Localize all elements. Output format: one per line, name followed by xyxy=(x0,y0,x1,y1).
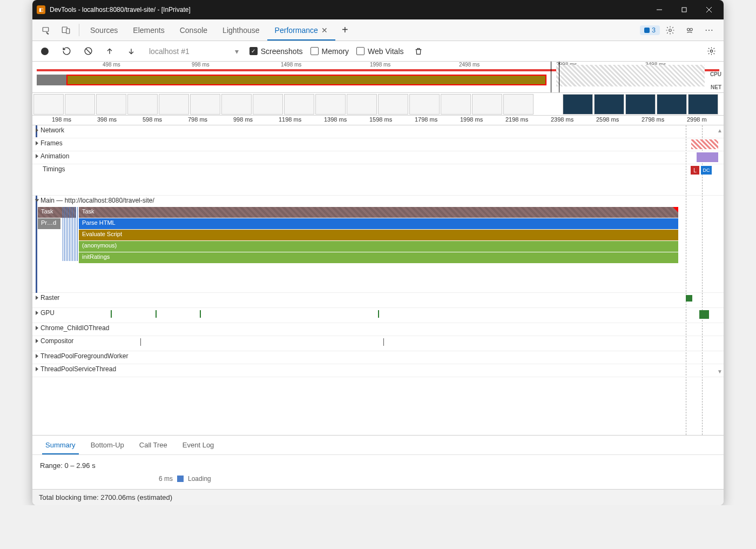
filmstrip-thumb[interactable] xyxy=(65,94,95,115)
scroll-down-icon[interactable]: ▼ xyxy=(717,369,723,374)
filmstrip-thumb[interactable] xyxy=(503,94,534,115)
reload-button[interactable] xyxy=(59,44,73,58)
track-compositor[interactable]: Compositor xyxy=(32,336,724,351)
expand-icon[interactable] xyxy=(36,154,38,158)
filmstrip-thumb[interactable] xyxy=(625,94,656,115)
add-tab-button[interactable]: + xyxy=(335,19,355,41)
filmstrip-thumb[interactable] xyxy=(96,94,126,115)
timeline-ruler[interactable]: 198 ms 398 ms 598 ms 798 ms 998 ms 1198 … xyxy=(32,116,724,125)
filmstrip-thumb[interactable] xyxy=(221,94,252,115)
tab-lighthouse[interactable]: Lighthouse xyxy=(215,19,267,41)
filmstrip-thumb[interactable] xyxy=(159,94,189,115)
flame-initratings[interactable]: initRatings xyxy=(79,252,678,263)
svg-rect-4 xyxy=(43,27,49,31)
filmstrip-thumb[interactable] xyxy=(127,94,158,115)
record-button[interactable] xyxy=(38,44,52,58)
expand-icon[interactable] xyxy=(36,141,38,145)
track-frames[interactable]: Frames xyxy=(32,138,724,151)
webvitals-checkbox[interactable]: Web Vitals xyxy=(356,47,403,56)
svg-rect-6 xyxy=(66,29,70,34)
flame-parse-html[interactable]: Parse HTML xyxy=(79,218,678,229)
legend-time: 6 ms xyxy=(159,475,173,483)
settings-icon[interactable] xyxy=(661,22,679,39)
filmstrip-thumb[interactable] xyxy=(253,94,283,115)
devtools-tab-bar: Sources Elements Console Lighthouse Perf… xyxy=(32,19,724,41)
expand-icon[interactable] xyxy=(36,354,38,358)
screenshots-label: Screenshots xyxy=(261,47,303,56)
filmstrip-thumb[interactable] xyxy=(563,94,593,115)
close-icon[interactable]: ✕ xyxy=(321,26,328,35)
filmstrip-thumb[interactable] xyxy=(190,94,220,115)
device-toggle-icon[interactable] xyxy=(56,19,76,41)
minimize-button[interactable] xyxy=(647,0,672,19)
track-animation[interactable]: Animation xyxy=(32,151,724,164)
timing-badge-l[interactable]: L xyxy=(691,166,699,175)
timing-badge-dc[interactable]: DC xyxy=(701,166,712,175)
download-button[interactable] xyxy=(124,44,138,58)
track-label: ThreadPoolServiceThread xyxy=(40,365,116,373)
filmstrip-thumb[interactable] xyxy=(688,94,718,115)
tab-call-tree[interactable]: Call Tree xyxy=(132,436,175,454)
upload-button[interactable] xyxy=(103,44,117,58)
tab-bottom-up[interactable]: Bottom-Up xyxy=(83,436,132,454)
overview-selection[interactable] xyxy=(66,75,546,85)
target-select[interactable]: localhost #1▾ xyxy=(146,47,242,56)
trash-button[interactable] xyxy=(411,44,426,58)
collapse-icon[interactable] xyxy=(35,199,39,202)
overview-pane[interactable]: 498 ms 998 ms 1498 ms 1998 ms 2498 ms 29… xyxy=(32,62,724,93)
feedback-icon[interactable] xyxy=(680,22,699,39)
filmstrip-thumb[interactable] xyxy=(315,94,346,115)
filmstrip-thumb[interactable] xyxy=(284,94,314,115)
svg-point-12 xyxy=(710,50,712,52)
tab-elements[interactable]: Elements xyxy=(125,19,172,41)
screenshots-checkbox[interactable]: ✓Screenshots xyxy=(249,47,303,56)
tab-sources[interactable]: Sources xyxy=(83,19,125,41)
track-label: Network xyxy=(40,126,64,134)
flame-anonymous[interactable]: (anonymous) xyxy=(79,241,678,252)
track-threadpool-svc[interactable]: ThreadPoolServiceThread ▼ xyxy=(32,364,724,377)
tab-event-log[interactable]: Event Log xyxy=(175,436,222,454)
scroll-up-icon[interactable]: ▲ xyxy=(717,128,723,133)
legend-label: Loading xyxy=(188,475,211,483)
expand-icon[interactable] xyxy=(36,311,38,315)
track-main[interactable]: Main — http://localhost:8080/travel-site… xyxy=(32,196,724,293)
flame-segment[interactable]: Pr…d xyxy=(38,218,60,229)
tab-console[interactable]: Console xyxy=(172,19,215,41)
filmstrip-thumb[interactable] xyxy=(409,94,440,115)
track-gpu[interactable]: GPU xyxy=(32,308,724,323)
flame-chart[interactable]: Network ▲ Frames Animation Timings L DC … xyxy=(32,125,724,435)
flame-evaluate-script[interactable]: Evaluate Script xyxy=(79,230,678,240)
expand-icon[interactable] xyxy=(36,367,38,371)
filmstrip-thumb[interactable] xyxy=(594,94,624,115)
filmstrip-thumb[interactable] xyxy=(347,94,377,115)
track-threadpool-fg[interactable]: ThreadPoolForegroundWorker xyxy=(32,351,724,364)
expand-icon[interactable] xyxy=(36,296,38,300)
filmstrip-thumb[interactable] xyxy=(472,94,502,115)
issues-badge[interactable]: 3 xyxy=(640,25,660,35)
memory-checkbox[interactable]: Memory xyxy=(310,47,349,56)
flame-stripes xyxy=(63,207,79,261)
clear-button[interactable] xyxy=(81,44,95,58)
filmstrip[interactable] xyxy=(32,93,724,116)
tab-summary[interactable]: Summary xyxy=(38,436,83,454)
filmstrip-thumb[interactable] xyxy=(657,94,687,115)
tab-performance[interactable]: Performance ✕ xyxy=(267,19,335,41)
inspect-icon[interactable] xyxy=(37,19,56,41)
filmstrip-thumb[interactable] xyxy=(441,94,471,115)
maximize-button[interactable] xyxy=(672,0,697,19)
svg-rect-1 xyxy=(682,8,686,12)
track-raster[interactable]: Raster xyxy=(32,293,724,308)
track-chrome-io[interactable]: Chrome_ChildIOThread xyxy=(32,323,724,336)
close-button[interactable] xyxy=(697,0,721,19)
expand-icon[interactable] xyxy=(36,128,38,132)
more-icon[interactable]: ⋯ xyxy=(700,22,718,39)
expand-icon[interactable] xyxy=(36,339,38,343)
track-label: Compositor xyxy=(40,337,73,345)
filmstrip-thumb[interactable] xyxy=(33,94,64,115)
track-network[interactable]: Network ▲ xyxy=(32,125,724,138)
flame-task[interactable]: Task xyxy=(79,207,678,218)
track-timings[interactable]: Timings L DC xyxy=(32,164,724,196)
filmstrip-thumb[interactable] xyxy=(378,94,408,115)
expand-icon[interactable] xyxy=(36,326,38,330)
capture-settings-icon[interactable] xyxy=(704,44,718,58)
